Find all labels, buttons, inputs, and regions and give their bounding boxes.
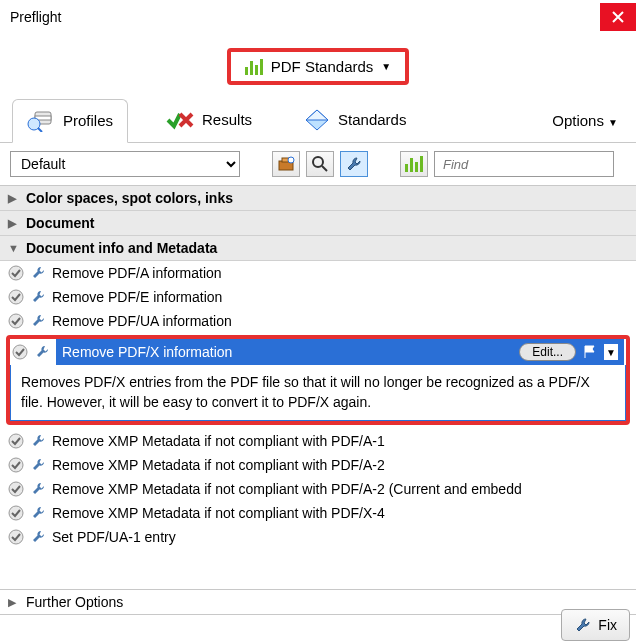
profiles-icon	[27, 108, 55, 132]
options-menu[interactable]: Options ▼	[552, 112, 624, 129]
category-row[interactable]: ▼ Document info and Metadata	[0, 236, 636, 261]
item-label: Remove PDF/E information	[52, 289, 222, 305]
wrench-icon	[30, 289, 46, 305]
wrench-icon	[345, 155, 363, 173]
svg-point-15	[9, 434, 23, 448]
list-item[interactable]: Remove PDF/E information	[0, 285, 636, 309]
titlebar: Preflight	[0, 0, 636, 34]
fix-button-area: Fix	[561, 609, 630, 641]
checkmark-icon	[8, 505, 24, 521]
item-label: Remove XMP Metadata if not compliant wit…	[52, 433, 385, 449]
svg-point-18	[9, 506, 23, 520]
svg-point-17	[9, 482, 23, 496]
list-item[interactable]: Remove XMP Metadata if not compliant wit…	[0, 501, 636, 525]
caret-down-icon: ▼	[381, 61, 391, 72]
wrench-icon	[34, 344, 50, 360]
checkmark-icon	[8, 265, 24, 281]
list-item[interactable]: Remove PDF/UA information	[0, 309, 636, 333]
checkmark-icon	[8, 313, 24, 329]
wrench-icon	[30, 265, 46, 281]
wrench-icon	[30, 313, 46, 329]
find-input[interactable]	[434, 151, 614, 177]
wrench-icon	[574, 616, 592, 634]
list-item-selected[interactable]: Remove PDF/X information Edit... ▼	[10, 339, 626, 365]
checkmark-icon	[8, 481, 24, 497]
wrench-icon	[30, 457, 46, 473]
preset-select[interactable]: Default	[10, 151, 240, 177]
svg-marker-5	[306, 110, 328, 120]
svg-point-12	[9, 290, 23, 304]
tab-results[interactable]: Results	[152, 100, 266, 142]
wrench-icon	[30, 481, 46, 497]
checkmark-icon	[12, 344, 28, 360]
list-scroll[interactable]: ▶ Color spaces, spot colors, inks ▶ Docu…	[0, 186, 636, 589]
results-icon	[166, 108, 194, 132]
inspect-button[interactable]	[306, 151, 334, 177]
list-item[interactable]: Remove XMP Metadata if not compliant wit…	[0, 429, 636, 453]
fix-button[interactable]: Fix	[561, 609, 630, 641]
tab-profiles[interactable]: Profiles	[12, 99, 128, 143]
caret-down-icon: ▼	[608, 117, 618, 128]
svg-point-14	[13, 345, 27, 359]
tab-profiles-label: Profiles	[63, 112, 113, 129]
further-options-label: Further Options	[26, 594, 123, 610]
item-label: Set PDF/UA-1 entry	[52, 529, 176, 545]
category-row[interactable]: ▶ Document	[0, 211, 636, 236]
magnifier-icon	[311, 155, 329, 173]
disclosure-down-icon: ▼	[8, 242, 20, 254]
close-button[interactable]	[600, 3, 636, 31]
toolbox-icon	[277, 155, 295, 173]
flag-icon[interactable]	[582, 344, 598, 360]
pdf-standards-dropdown[interactable]: PDF Standards ▼	[227, 48, 409, 85]
item-menu-button[interactable]: ▼	[604, 344, 618, 360]
item-label: Remove PDF/UA information	[52, 313, 232, 329]
library-filter-button[interactable]	[400, 151, 428, 177]
options-label: Options	[552, 112, 604, 129]
category-label: Document info and Metadata	[26, 240, 217, 256]
item-label: Remove XMP Metadata if not compliant wit…	[52, 481, 522, 497]
checkmark-icon	[8, 433, 24, 449]
list-item[interactable]: Set PDF/UA-1 entry	[0, 525, 636, 549]
pdf-standards-label: PDF Standards	[271, 58, 374, 75]
svg-line-3	[38, 128, 42, 132]
svg-point-9	[313, 157, 323, 167]
wrench-icon	[30, 433, 46, 449]
selected-item: Remove PDF/X information Edit... ▼ Remov…	[6, 335, 630, 425]
further-options-row[interactable]: ▶ Further Options	[0, 589, 636, 615]
svg-point-16	[9, 458, 23, 472]
standards-icon	[304, 108, 330, 132]
list-pane: ▶ Color spaces, spot colors, inks ▶ Docu…	[0, 185, 636, 589]
checkmark-icon	[8, 289, 24, 305]
category-row[interactable]: ▶ Color spaces, spot colors, inks	[0, 186, 636, 211]
edit-button[interactable]: Edit...	[519, 343, 576, 361]
tabs-row: Profiles Results Standards Options ▼	[0, 95, 636, 143]
svg-line-10	[322, 166, 327, 171]
checkmark-icon	[8, 457, 24, 473]
window-title: Preflight	[10, 9, 61, 25]
disclosure-right-icon: ▶	[8, 596, 20, 609]
list-item[interactable]: Remove XMP Metadata if not compliant wit…	[0, 477, 636, 501]
toolbar: Default	[0, 143, 636, 185]
item-description: Removes PDF/X entries from the PDF file …	[10, 365, 626, 421]
category-label: Color spaces, spot colors, inks	[26, 190, 233, 206]
svg-point-13	[9, 314, 23, 328]
library-dropdown-row: PDF Standards ▼	[0, 34, 636, 95]
list-item[interactable]: Remove PDF/A information	[0, 261, 636, 285]
svg-point-11	[9, 266, 23, 280]
item-label: Remove XMP Metadata if not compliant wit…	[52, 505, 385, 521]
disclosure-right-icon: ▶	[8, 217, 20, 230]
item-label: Remove PDF/A information	[52, 265, 222, 281]
item-label: Remove XMP Metadata if not compliant wit…	[52, 457, 385, 473]
list-item[interactable]: Remove XMP Metadata if not compliant wit…	[0, 453, 636, 477]
bar-chart-icon	[245, 59, 263, 75]
toolbox-button[interactable]	[272, 151, 300, 177]
fixups-filter-button[interactable]	[340, 151, 368, 177]
tab-results-label: Results	[202, 111, 252, 128]
svg-point-19	[9, 530, 23, 544]
checkmark-icon	[8, 529, 24, 545]
svg-point-8	[288, 157, 294, 163]
tab-standards[interactable]: Standards	[290, 100, 420, 142]
wrench-icon	[30, 505, 46, 521]
disclosure-right-icon: ▶	[8, 192, 20, 205]
close-icon	[612, 11, 624, 23]
